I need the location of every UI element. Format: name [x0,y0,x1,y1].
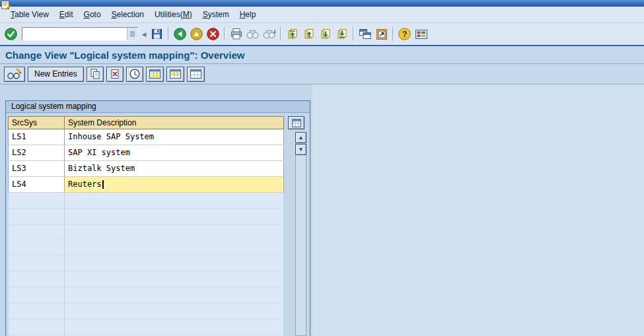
enter-button[interactable] [3,26,19,42]
menu-item-utilities-m[interactable]: Utilities(M) [149,8,197,21]
back-icon [173,27,187,41]
srcsys-cell[interactable]: LS1 [8,129,65,145]
description-cell[interactable]: Inhouse SAP System [65,129,284,145]
first-page-button[interactable] [284,26,301,42]
last-page-icon [336,28,348,40]
empty-table-row[interactable] [8,209,284,224]
main-area: Logical system mapping SrcSys System Des… [0,84,644,336]
menu-item-system[interactable]: System [197,8,234,21]
srcsys-cell-empty[interactable] [8,304,65,319]
srcsys-cell-empty[interactable] [8,224,65,240]
description-cell-empty[interactable] [65,319,284,335]
screen-title: Change View "Logical system mapping": Ov… [5,50,244,61]
customize-layout-button[interactable] [413,26,429,42]
new-entries-button[interactable]: New Entries [28,67,84,82]
find-next-button[interactable] [261,26,277,42]
empty-table-row[interactable] [8,224,284,240]
description-cell-empty[interactable] [65,304,284,319]
table-row: LS1Inhouse SAP System [8,129,284,145]
table-configuration-button[interactable] [288,116,304,129]
command-history-icon [129,31,135,37]
delete-button[interactable] [106,67,124,82]
table-configuration-icon [292,119,301,127]
empty-table-row[interactable] [8,272,284,288]
srcsys-cell-empty[interactable] [8,240,65,256]
previous-page-button[interactable] [301,26,317,42]
empty-table-row[interactable] [8,193,284,209]
description-cell[interactable]: SAP XI system [65,145,284,161]
toolbar-separator [168,27,169,41]
next-page-button[interactable] [317,26,334,42]
exit-button[interactable] [188,26,205,42]
scroll-down-button[interactable]: ▼ [295,144,306,155]
srcsys-cell-empty[interactable] [8,288,65,304]
create-shortcut-button[interactable] [373,26,390,42]
column-header-description[interactable]: System Description [65,116,284,129]
select-block-button[interactable] [166,67,184,82]
display-change-toggle-button[interactable] [4,67,25,82]
srcsys-cell[interactable]: LS4 [8,177,65,193]
enter-icon [4,27,18,41]
srcsys-cell-empty[interactable] [8,256,65,272]
toolbar-separator [224,27,225,41]
description-cell-empty[interactable] [65,193,284,209]
window-icon [1,0,11,12]
command-history-button[interactable] [127,28,137,40]
srcsys-cell-empty[interactable] [8,193,65,209]
deselect-all-button[interactable] [187,67,205,82]
description-cell[interactable]: Reuters [65,177,284,193]
description-cell-empty[interactable] [65,209,284,224]
description-cell[interactable]: Biztalk System [65,161,284,177]
description-cell-empty[interactable] [65,272,284,288]
description-cell-empty[interactable] [65,256,284,272]
srcsys-cell[interactable]: LS3 [8,161,65,177]
srcsys-cell-empty[interactable] [8,209,65,224]
undo-change-button[interactable] [126,67,143,82]
srcsys-cell-empty[interactable] [8,272,65,288]
menu-item-selection[interactable]: Selection [106,8,149,21]
deselect-all-icon [190,69,202,79]
srcsys-cell[interactable]: LS2 [8,145,65,161]
hide-command-field-button[interactable]: ◀ [139,26,149,42]
menu-item-table-view[interactable]: Table View [5,8,54,21]
empty-table-row[interactable] [8,319,284,335]
cancel-button[interactable] [205,26,221,42]
scrollbar-track[interactable] [295,155,306,336]
last-page-button[interactable] [334,26,350,42]
copy-icon [89,68,101,80]
copy-button[interactable] [87,67,104,82]
menu-item-edit[interactable]: Edit [54,8,79,21]
undo-change-icon [129,68,141,80]
column-header-srcsys[interactable]: SrcSys [8,116,65,129]
empty-table-row[interactable] [8,304,284,319]
empty-table-row[interactable] [8,240,284,256]
table-rows: LS1Inhouse SAP SystemLS2SAP XI systemLS3… [8,129,284,336]
print-button[interactable] [228,26,244,42]
table-row: LS3Biztalk System [8,161,284,177]
menu-item-goto[interactable]: Goto [79,8,106,21]
standard-toolbar: ◀ [0,23,644,45]
cancel-icon [206,27,220,41]
srcsys-cell-empty[interactable] [8,319,65,335]
menu-item-help[interactable]: Help [234,8,262,21]
application-toolbar: New Entries [0,64,644,84]
select-all-button[interactable] [146,67,164,82]
save-button[interactable] [149,26,165,42]
back-button[interactable] [172,26,188,42]
empty-table-row[interactable] [8,288,284,304]
description-cell-empty[interactable] [65,240,284,256]
scroll-up-button[interactable]: ▲ [295,132,306,143]
command-input[interactable] [22,28,127,40]
sap-gui-window: Table ViewEditGotoSelectionUtilities(M)S… [0,0,644,336]
help-button[interactable]: ? [396,26,413,42]
find-button[interactable] [244,26,261,42]
customize-layout-icon [415,28,428,40]
new-session-button[interactable] [357,26,373,42]
description-cell-empty[interactable] [65,288,284,304]
empty-table-row[interactable] [8,256,284,272]
vertical-scrollbar: ▲ ▼ [295,132,306,336]
column-headers: SrcSys System Description [8,116,284,129]
description-cell-empty[interactable] [65,224,284,240]
command-field[interactable] [22,27,138,41]
table-row: LS4Reuters [8,177,284,193]
